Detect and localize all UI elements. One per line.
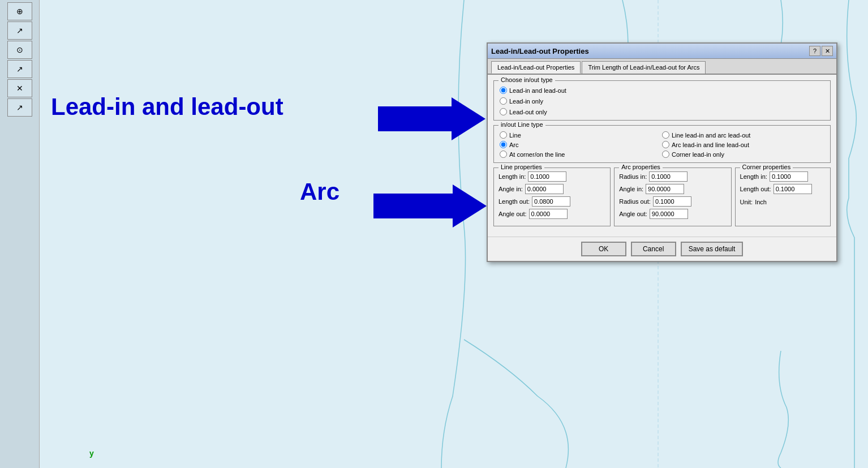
arrow-head-arc <box>453 184 487 227</box>
line-properties-section: Line properties Length in: Angle in: Len… <box>493 168 611 226</box>
arc-label: Arc <box>300 178 340 205</box>
toolbar-btn-3[interactable]: ⊙ <box>7 41 32 59</box>
inout-linetype-grid: Line Line lead-in and arc lead-out Arc A… <box>500 131 824 158</box>
radio-lead-out-only-input[interactable] <box>500 108 507 115</box>
line-angle-in-input[interactable] <box>525 184 564 194</box>
line-length-in-field: Length in: <box>499 171 605 182</box>
arc-angle-out-label: Angle out: <box>619 211 647 217</box>
arc-angle-in-label: Angle in: <box>619 186 643 192</box>
radio-corner-lead-in-input[interactable] <box>662 151 669 158</box>
radio-line-in-arc-out-input[interactable] <box>662 131 669 139</box>
dialog-titlebar: Lead-in/Lead-out Properties ? ✕ <box>488 44 836 59</box>
line-length-out-label: Length out: <box>499 198 530 205</box>
toolbar-btn-5[interactable]: ✕ <box>7 79 32 97</box>
arc-props-title: Arc properties <box>619 164 662 170</box>
radio-arc-label: Arc <box>509 141 519 148</box>
toolbar-btn-1[interactable]: ⊕ <box>7 2 32 20</box>
dialog-buttons: OK Cancel Save as default <box>488 237 836 261</box>
dialog: Lead-in/Lead-out Properties ? ✕ Lead-in/… <box>487 42 837 262</box>
arc-properties-section: Arc properties Radius in: Angle in: Radi… <box>614 168 731 226</box>
arc-angle-in-field: Angle in: <box>619 184 726 194</box>
help-button[interactable]: ? <box>809 46 820 56</box>
corner-length-out-label: Length out: <box>740 186 771 192</box>
inout-linetype-title: in/out Line type <box>499 121 545 128</box>
radio-lead-out-only[interactable]: Lead-out only <box>500 108 824 115</box>
line-length-in-input[interactable] <box>528 171 566 182</box>
line-props-title: Line properties <box>499 164 544 170</box>
radio-lead-in-and-out-label: Lead-in and lead-out <box>509 87 566 94</box>
arc-radius-out-input[interactable] <box>653 196 691 207</box>
corner-length-out-input[interactable] <box>774 184 812 194</box>
radio-lead-in-and-out[interactable]: Lead-in and lead-out <box>500 87 824 94</box>
corner-length-out-field: Length out: <box>740 184 826 194</box>
arc-radius-in-field: Radius in: <box>619 171 726 182</box>
save-default-button[interactable]: Save as default <box>681 242 744 256</box>
left-toolbar: ⊕ ↗ ⊙ ↗ ✕ ↗ <box>0 0 40 468</box>
corner-props-title: Corner properties <box>740 164 793 170</box>
radio-arc-input[interactable] <box>500 141 507 148</box>
radio-line-in-arc-out[interactable]: Line lead-in and arc lead-out <box>662 131 824 139</box>
tab-trim-length[interactable]: Trim Length of Lead-in/Lead-out for Arcs <box>582 61 706 74</box>
radio-lead-in-only[interactable]: Lead-in only <box>500 97 824 105</box>
radio-arc-in-line-out[interactable]: Arc lead-in and line lead-out <box>662 141 824 148</box>
line-length-out-input[interactable] <box>532 196 570 207</box>
unit-value: Inch <box>755 199 767 205</box>
radio-corner[interactable]: At corner/on the line <box>500 151 662 158</box>
tab-bar: Lead-in/Lead-out Properties Trim Length … <box>488 59 836 75</box>
corner-length-in-input[interactable] <box>770 171 808 182</box>
toolbar-btn-4[interactable]: ↗ <box>7 60 32 78</box>
radio-corner-lead-in-label: Corner lead-in only <box>672 151 724 158</box>
arc-angle-out-input[interactable] <box>650 209 688 219</box>
dialog-controls: ? ✕ <box>809 46 833 56</box>
close-button[interactable]: ✕ <box>822 46 833 56</box>
choose-inout-title: Choose in/out type <box>499 76 555 83</box>
toolbar-btn-2[interactable]: ↗ <box>7 22 32 40</box>
dialog-title: Lead-in/Lead-out Properties <box>491 47 589 55</box>
ok-button[interactable]: OK <box>581 242 626 256</box>
radio-corner-lead-in[interactable]: Corner lead-in only <box>662 151 824 158</box>
arc-radius-out-field: Radius out: <box>619 196 726 207</box>
arc-angle-out-field: Angle out: <box>619 209 726 219</box>
line-angle-out-field: Angle out: <box>499 209 605 219</box>
radio-corner-input[interactable] <box>500 151 507 158</box>
line-angle-out-input[interactable] <box>529 209 568 219</box>
unit-row: Unit: Inch <box>740 199 826 205</box>
radio-arc-in-line-out-label: Arc lead-in and line lead-out <box>672 141 749 148</box>
line-angle-out-label: Angle out: <box>499 211 527 217</box>
radio-line-label: Line <box>509 132 521 139</box>
arc-angle-in-input[interactable] <box>646 184 684 194</box>
arc-radius-in-label: Radius in: <box>619 173 647 180</box>
radio-lead-in-only-input[interactable] <box>500 97 507 105</box>
arc-radius-in-input[interactable] <box>649 171 687 182</box>
radio-lead-out-only-label: Lead-out only <box>509 109 547 115</box>
properties-row: Line properties Length in: Angle in: Len… <box>493 168 831 226</box>
arrow-body-arc <box>373 194 453 218</box>
radio-lead-in-only-label: Lead-in only <box>509 98 543 105</box>
cancel-button[interactable]: Cancel <box>631 242 676 256</box>
arc-radius-out-label: Radius out: <box>619 198 651 205</box>
radio-line-in-arc-out-label: Line lead-in and arc lead-out <box>672 132 750 139</box>
arrow-lead <box>378 97 485 140</box>
dialog-content: Choose in/out type Lead-in and lead-out … <box>488 75 836 237</box>
line-angle-in-field: Angle in: <box>499 184 605 194</box>
unit-label: Unit: <box>740 199 753 205</box>
line-length-out-field: Length out: <box>499 196 605 207</box>
radio-arc[interactable]: Arc <box>500 141 662 148</box>
arrow-head-lead <box>452 97 485 140</box>
radio-line-input[interactable] <box>500 131 507 139</box>
corner-properties-section: Corner properties Length in: Length out:… <box>735 168 831 226</box>
line-angle-in-label: Angle in: <box>499 186 523 192</box>
line-length-in-label: Length in: <box>499 173 526 180</box>
radio-arc-in-line-out-input[interactable] <box>662 141 669 148</box>
y-axis-label: y <box>89 449 94 458</box>
radio-line[interactable]: Line <box>500 131 662 139</box>
radio-lead-in-and-out-input[interactable] <box>500 87 507 94</box>
arrow-arc <box>373 184 487 227</box>
corner-length-in-field: Length in: <box>740 171 826 182</box>
toolbar-btn-6[interactable]: ↗ <box>7 98 32 117</box>
inout-radio-group: Lead-in and lead-out Lead-in only Lead-o… <box>500 87 824 115</box>
tab-lead-properties[interactable]: Lead-in/Lead-out Properties <box>491 61 581 74</box>
choose-inout-section: Choose in/out type Lead-in and lead-out … <box>493 80 831 121</box>
radio-corner-label: At corner/on the line <box>509 151 565 158</box>
arrow-body-lead <box>378 106 452 131</box>
